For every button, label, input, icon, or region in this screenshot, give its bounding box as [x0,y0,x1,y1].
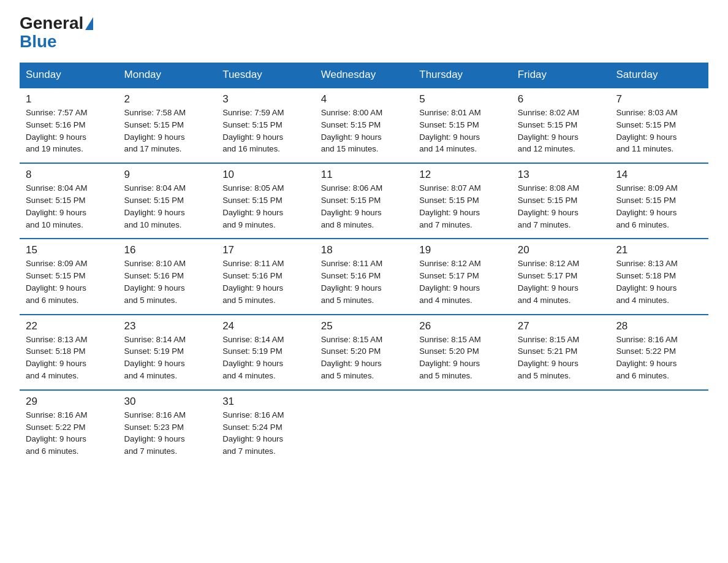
day-info: Sunrise: 8:16 AMSunset: 5:24 PMDaylight:… [222,409,309,458]
sunset-text: Sunset: 5:16 PM [321,271,381,280]
daylight-text: Daylight: 9 hours [616,359,677,368]
sunset-text: Sunset: 5:15 PM [26,196,86,205]
daylight-text: Daylight: 9 hours [26,132,86,142]
day-info: Sunrise: 8:04 AMSunset: 5:15 PMDaylight:… [124,182,211,231]
day-number: 19 [419,244,506,256]
daylight-minutes: and 10 minutes. [124,220,182,229]
daylight-text: Daylight: 9 hours [419,208,480,217]
daylight-minutes: and 7 minutes. [518,220,571,229]
day-number: 9 [124,169,211,181]
daylight-minutes: and 7 minutes. [124,446,178,456]
daylight-minutes: and 12 minutes. [518,144,575,153]
table-row: 22Sunrise: 8:13 AMSunset: 5:18 PMDayligh… [20,315,118,390]
daylight-minutes: and 15 minutes. [321,144,379,153]
calendar-week-row: 8Sunrise: 8:04 AMSunset: 5:15 PMDaylight… [20,163,708,239]
day-number: 2 [124,93,211,105]
sunset-text: Sunset: 5:15 PM [518,120,578,129]
sunset-text: Sunset: 5:15 PM [222,196,282,205]
daylight-text: Daylight: 9 hours [616,208,677,217]
table-row [413,390,512,465]
day-number: 23 [124,320,211,332]
table-row: 19Sunrise: 8:12 AMSunset: 5:17 PMDayligh… [413,239,512,314]
day-info: Sunrise: 8:16 AMSunset: 5:22 PMDaylight:… [616,334,702,382]
daylight-text: Daylight: 9 hours [222,359,283,368]
calendar-header-row: Sunday Monday Tuesday Wednesday Thursday… [20,63,708,88]
day-info: Sunrise: 8:13 AMSunset: 5:18 PMDaylight:… [616,258,702,306]
sunset-text: Sunset: 5:19 PM [124,347,184,356]
day-info: Sunrise: 8:06 AMSunset: 5:15 PMDaylight:… [321,182,408,231]
table-row: 13Sunrise: 8:08 AMSunset: 5:15 PMDayligh… [512,163,610,239]
day-number: 8 [26,169,112,181]
day-number: 29 [26,396,112,408]
daylight-text: Daylight: 9 hours [26,359,86,368]
sunrise-text: Sunrise: 8:09 AM [26,259,87,268]
day-number: 26 [419,320,506,332]
daylight-minutes: and 4 minutes. [26,371,79,380]
sunset-text: Sunset: 5:21 PM [518,347,578,356]
daylight-text: Daylight: 9 hours [124,434,185,443]
table-row: 23Sunrise: 8:14 AMSunset: 5:19 PMDayligh… [118,315,217,390]
table-row: 10Sunrise: 8:05 AMSunset: 5:15 PMDayligh… [216,163,315,239]
day-number: 25 [321,320,408,332]
day-info: Sunrise: 8:14 AMSunset: 5:19 PMDaylight:… [222,334,309,382]
day-info: Sunrise: 8:11 AMSunset: 5:16 PMDaylight:… [321,258,408,306]
daylight-text: Daylight: 9 hours [419,283,480,293]
sunrise-text: Sunrise: 8:11 AM [222,259,284,268]
table-row: 14Sunrise: 8:09 AMSunset: 5:15 PMDayligh… [610,163,708,239]
sunrise-text: Sunrise: 8:12 AM [518,259,579,268]
sunset-text: Sunset: 5:19 PM [222,347,282,356]
table-row: 20Sunrise: 8:12 AMSunset: 5:17 PMDayligh… [512,239,610,314]
sunrise-text: Sunrise: 7:58 AM [124,108,186,117]
daylight-minutes: and 4 minutes. [124,371,178,380]
table-row: 7Sunrise: 8:03 AMSunset: 5:15 PMDaylight… [610,88,708,163]
daylight-minutes: and 7 minutes. [419,220,472,229]
daylight-minutes: and 4 minutes. [518,296,571,305]
day-number: 27 [518,320,604,332]
daylight-minutes: and 14 minutes. [419,144,477,153]
sunrise-text: Sunrise: 8:13 AM [26,335,87,344]
sunset-text: Sunset: 5:16 PM [26,120,86,129]
sunset-text: Sunset: 5:20 PM [321,347,381,356]
logo-triangle-icon [85,17,93,30]
day-info: Sunrise: 8:04 AMSunset: 5:15 PMDaylight:… [26,182,112,231]
daylight-minutes: and 4 minutes. [222,371,276,380]
day-number: 11 [321,169,408,181]
day-number: 12 [419,169,506,181]
day-number: 10 [222,169,309,181]
sunrise-text: Sunrise: 8:16 AM [616,335,677,344]
table-row [512,390,610,465]
day-info: Sunrise: 8:13 AMSunset: 5:18 PMDaylight:… [26,334,112,382]
daylight-text: Daylight: 9 hours [222,208,283,217]
daylight-minutes: and 11 minutes. [616,144,673,153]
sunset-text: Sunset: 5:18 PM [616,271,676,280]
day-number: 4 [321,93,408,105]
sunrise-text: Sunrise: 8:14 AM [222,335,284,344]
sunset-text: Sunset: 5:15 PM [419,120,479,129]
daylight-minutes: and 6 minutes. [26,296,79,305]
day-info: Sunrise: 8:01 AMSunset: 5:15 PMDaylight:… [419,107,506,155]
daylight-minutes: and 7 minutes. [222,446,276,456]
day-info: Sunrise: 8:12 AMSunset: 5:17 PMDaylight:… [518,258,604,306]
col-tuesday: Tuesday [216,63,315,88]
daylight-minutes: and 8 minutes. [321,220,374,229]
day-info: Sunrise: 8:11 AMSunset: 5:16 PMDaylight:… [222,258,309,306]
day-number: 1 [26,93,112,105]
table-row: 26Sunrise: 8:15 AMSunset: 5:20 PMDayligh… [413,315,512,390]
day-info: Sunrise: 7:59 AMSunset: 5:15 PMDaylight:… [222,107,309,155]
sunset-text: Sunset: 5:17 PM [419,271,479,280]
daylight-text: Daylight: 9 hours [321,132,382,142]
day-info: Sunrise: 8:07 AMSunset: 5:15 PMDaylight:… [419,182,506,231]
daylight-minutes: and 5 minutes. [124,296,178,305]
day-info: Sunrise: 8:14 AMSunset: 5:19 PMDaylight:… [124,334,211,382]
sunset-text: Sunset: 5:15 PM [222,120,282,129]
sunrise-text: Sunrise: 8:00 AM [321,108,382,117]
sunrise-text: Sunrise: 8:04 AM [124,183,186,193]
col-friday: Friday [512,63,610,88]
table-row: 11Sunrise: 8:06 AMSunset: 5:15 PMDayligh… [315,163,414,239]
sunset-text: Sunset: 5:23 PM [124,423,184,432]
col-thursday: Thursday [413,63,512,88]
calendar-week-row: 15Sunrise: 8:09 AMSunset: 5:15 PMDayligh… [20,239,708,314]
table-row [315,390,414,465]
sunrise-text: Sunrise: 8:07 AM [419,183,480,193]
sunrise-text: Sunrise: 8:06 AM [321,183,382,193]
